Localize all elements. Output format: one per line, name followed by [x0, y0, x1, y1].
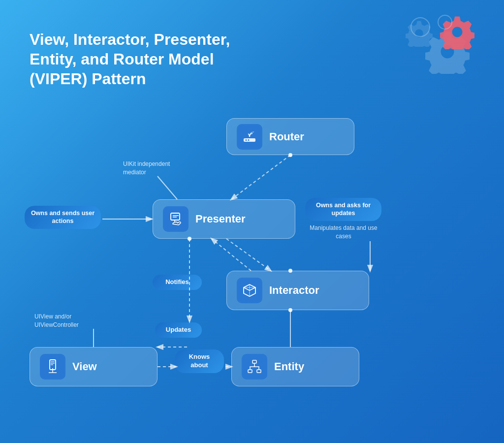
manipulates-text: Manipulates data and use cases [304, 224, 383, 241]
uikit-mediator-text: UIKit independent mediator [123, 160, 192, 177]
router-label: Router [269, 130, 304, 143]
view-label: View [72, 360, 97, 373]
svg-rect-7 [248, 370, 252, 373]
diagram-container: Router UIKit independent mediator Presen… [15, 118, 489, 428]
presenter-box: Presenter [153, 199, 295, 239]
svg-point-5 [52, 368, 53, 369]
svg-rect-6 [252, 360, 256, 363]
interactor-icon [237, 278, 262, 303]
entity-icon [242, 354, 267, 380]
svg-line-12 [226, 239, 271, 271]
dec-circle-2 [438, 15, 452, 30]
svg-rect-3 [171, 213, 180, 220]
notifies-badge: Notifies [153, 275, 202, 290]
updates-badge: Updates [155, 322, 202, 338]
interactor-box: Interactor [226, 271, 369, 310]
svg-line-14 [212, 239, 251, 271]
page-title: View, Interactor, Presenter, Entity, and… [30, 30, 266, 89]
svg-rect-8 [257, 370, 261, 373]
router-box: Router [226, 118, 354, 155]
svg-line-24 [158, 176, 177, 199]
owns-asks-badge: Owns and asks for updates [305, 198, 381, 221]
knows-about-badge: Knows about [175, 349, 224, 373]
entity-label: Entity [274, 360, 304, 373]
interactor-label: Interactor [269, 284, 319, 297]
uiview-text: UIView and/or UIViewController [34, 313, 108, 329]
view-icon [40, 354, 65, 380]
dec-circle-1 [410, 17, 430, 37]
entity-box: Entity [231, 347, 359, 386]
presenter-label: Presenter [195, 213, 246, 225]
owns-sends-badge: Owns and sends user actions [25, 206, 101, 229]
presenter-icon [163, 206, 189, 232]
gears-decoration [381, 15, 479, 94]
router-icon [237, 124, 262, 150]
view-box: View [30, 347, 158, 386]
svg-point-2 [248, 139, 250, 141]
svg-point-1 [246, 139, 247, 141]
svg-line-9 [231, 155, 290, 199]
